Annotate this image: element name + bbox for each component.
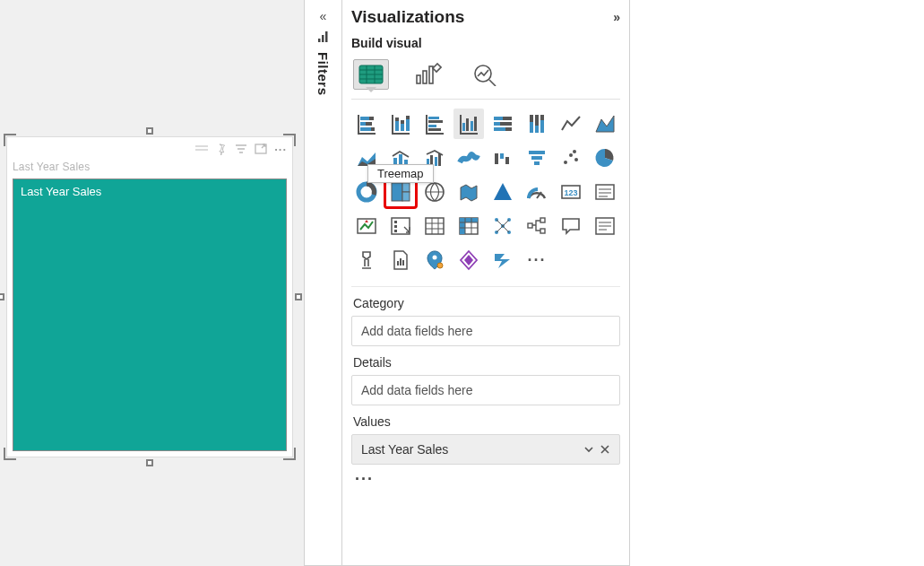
svg-rect-45 xyxy=(466,118,469,131)
section-values-label: Values xyxy=(353,414,620,429)
paginated-report-icon[interactable] xyxy=(385,245,416,275)
values-field-chip[interactable]: Last Year Sales xyxy=(351,434,620,465)
svg-rect-17 xyxy=(429,66,433,83)
svg-rect-35 xyxy=(406,116,410,119)
svg-rect-91 xyxy=(394,221,397,223)
arcgis-icon[interactable] xyxy=(419,245,450,275)
svg-rect-26 xyxy=(360,127,371,131)
resize-handle-top-left[interactable] xyxy=(4,134,16,146)
stacked-column-chart-icon[interactable] xyxy=(385,109,416,139)
resize-handle-bottom[interactable] xyxy=(146,459,153,466)
waterfall-chart-icon[interactable] xyxy=(488,143,518,173)
category-field-well[interactable]: Add data fields here xyxy=(351,316,620,346)
svg-rect-69 xyxy=(505,157,509,164)
svg-rect-57 xyxy=(535,115,539,126)
gauge-icon[interactable] xyxy=(522,177,552,207)
resize-handle-right[interactable] xyxy=(295,293,302,300)
kpi-icon[interactable] xyxy=(351,211,382,241)
svg-rect-38 xyxy=(428,117,439,119)
resize-handle-bottom-right[interactable] xyxy=(283,448,296,460)
svg-rect-40 xyxy=(428,125,436,127)
power-apps-icon[interactable] xyxy=(453,245,484,275)
format-tab-icon xyxy=(415,63,442,86)
expand-pane-icon[interactable]: » xyxy=(613,10,620,24)
line-chart-icon[interactable] xyxy=(556,109,586,139)
hundred-stacked-bar-chart-icon[interactable] xyxy=(488,109,518,139)
treemap-tile[interactable]: Last Year Sales xyxy=(13,179,287,451)
get-more-visuals-icon[interactable]: ··· xyxy=(522,245,552,275)
remove-field-icon[interactable] xyxy=(600,444,610,455)
svg-rect-15 xyxy=(417,75,420,83)
resize-handle-left[interactable] xyxy=(0,293,4,300)
svg-rect-30 xyxy=(395,121,399,131)
svg-rect-6 xyxy=(318,39,321,42)
svg-rect-47 xyxy=(474,117,477,131)
visual-toolbar: ··· xyxy=(7,137,292,161)
svg-rect-66 xyxy=(438,153,441,166)
details-field-well[interactable]: Add data fields here xyxy=(351,375,620,405)
table-icon[interactable] xyxy=(419,211,450,241)
report-canvas[interactable]: ··· Last Year Sales Last Year Sales xyxy=(0,0,305,566)
ribbon-chart-icon[interactable] xyxy=(453,143,484,173)
svg-rect-80 xyxy=(402,192,410,201)
funnel-chart-icon[interactable] xyxy=(522,143,552,173)
svg-rect-113 xyxy=(540,229,545,233)
resize-handle-top[interactable] xyxy=(146,127,153,135)
clustered-column-chart-icon[interactable] xyxy=(453,109,484,139)
qa-visual-icon[interactable] xyxy=(556,211,586,241)
svg-rect-119 xyxy=(400,258,402,266)
visualizations-pane: Visualizations » Build visual Treemap xyxy=(342,0,629,565)
chevron-down-icon[interactable] xyxy=(583,444,594,455)
filters-pane-collapsed[interactable]: « Filters xyxy=(305,0,342,565)
power-automate-icon[interactable] xyxy=(488,245,518,275)
svg-rect-42 xyxy=(460,115,462,133)
drag-handle-icon[interactable] xyxy=(195,144,208,153)
slicer-icon[interactable] xyxy=(385,211,416,241)
treemap-visual[interactable]: ··· Last Year Sales Last Year Sales xyxy=(6,136,293,457)
resize-handle-top-right[interactable] xyxy=(283,134,296,146)
more-field-wells-icon[interactable]: ··· xyxy=(355,470,620,489)
visual-title: Last Year Sales xyxy=(7,161,292,177)
r-visual-icon[interactable] xyxy=(488,211,518,241)
svg-rect-25 xyxy=(366,122,372,126)
svg-rect-44 xyxy=(462,123,465,131)
svg-rect-94 xyxy=(426,218,444,234)
pie-chart-icon[interactable] xyxy=(590,143,620,173)
decomposition-tree-icon[interactable] xyxy=(522,211,552,241)
azure-map-icon[interactable] xyxy=(488,177,518,207)
smart-narrative-icon[interactable] xyxy=(590,211,620,241)
svg-rect-68 xyxy=(500,153,504,159)
scatter-chart-icon[interactable] xyxy=(556,143,586,173)
svg-rect-53 xyxy=(505,127,512,131)
values-chip-label: Last Year Sales xyxy=(361,442,448,457)
svg-rect-16 xyxy=(423,71,427,83)
filters-label: Filters xyxy=(315,52,331,96)
collapse-filters-icon[interactable]: « xyxy=(305,9,341,23)
svg-rect-78 xyxy=(392,183,402,201)
clustered-bar-chart-icon[interactable] xyxy=(419,109,450,139)
hundred-stacked-column-chart-icon[interactable] xyxy=(522,109,552,139)
tab-format[interactable] xyxy=(410,59,446,90)
resize-handle-bottom-left[interactable] xyxy=(4,448,16,460)
filter-icon[interactable] xyxy=(235,144,247,154)
multi-row-card-icon[interactable] xyxy=(590,177,620,207)
pin-icon[interactable] xyxy=(215,143,228,155)
tab-analytics[interactable] xyxy=(468,59,504,90)
card-icon[interactable]: 123 xyxy=(556,177,586,207)
svg-rect-28 xyxy=(392,115,393,133)
svg-rect-43 xyxy=(460,133,478,135)
matrix-icon[interactable] xyxy=(453,211,484,241)
svg-line-19 xyxy=(489,80,496,86)
build-visual-tabs xyxy=(351,56,620,100)
svg-rect-32 xyxy=(401,124,404,131)
area-chart-icon[interactable] xyxy=(590,109,620,139)
tab-fields[interactable] xyxy=(353,59,389,90)
svg-rect-101 xyxy=(460,218,465,234)
svg-rect-118 xyxy=(397,261,399,266)
goals-icon[interactable] xyxy=(351,245,382,275)
build-visual-subtitle: Build visual xyxy=(351,36,620,50)
focus-mode-icon[interactable] xyxy=(255,144,267,154)
stacked-bar-chart-icon[interactable] xyxy=(351,109,382,139)
svg-rect-51 xyxy=(500,122,512,126)
filled-map-icon[interactable] xyxy=(453,177,484,207)
